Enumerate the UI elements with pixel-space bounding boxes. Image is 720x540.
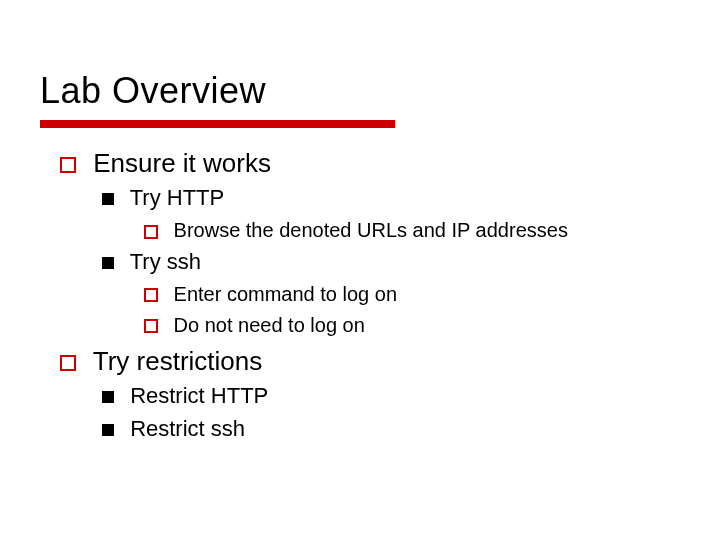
hollow-square-icon [60,355,76,371]
list-item: Enter command to log on [130,280,680,309]
hollow-square-icon [60,157,76,173]
item-text: Restrict ssh [130,416,245,441]
list-item: Try ssh Enter command to log on Do not n… [88,247,680,340]
item-text: Ensure it works [93,148,271,178]
list-item: Try HTTP Browse the denoted URLs and IP … [88,183,680,245]
outline-level-2: Try HTTP Browse the denoted URLs and IP … [88,183,680,340]
item-text: Browse the denoted URLs and IP addresses [174,219,568,241]
list-item: Try restrictions Restrict HTTP Restrict … [40,344,680,445]
hollow-square-icon [144,288,158,302]
filled-square-icon [102,193,114,205]
item-text: Do not need to log on [174,314,365,336]
item-text: Try HTTP [130,185,225,210]
filled-square-icon [102,257,114,269]
outline-level-3: Browse the denoted URLs and IP addresses [130,216,680,245]
list-item: Restrict ssh [88,414,680,445]
title-underline [40,120,395,128]
hollow-square-icon [144,319,158,333]
list-item: Browse the denoted URLs and IP addresses [130,216,680,245]
slide: Lab Overview Ensure it works Try HTTP Br… [0,0,720,540]
filled-square-icon [102,424,114,436]
item-text: Restrict HTTP [130,383,268,408]
list-item: Do not need to log on [130,311,680,340]
outline-level-2: Restrict HTTP Restrict ssh [88,381,680,445]
filled-square-icon [102,391,114,403]
list-item: Ensure it works Try HTTP Browse the deno… [40,146,680,340]
outline-level-1: Ensure it works Try HTTP Browse the deno… [40,146,680,444]
item-text: Enter command to log on [174,283,397,305]
outline-level-3: Enter command to log on Do not need to l… [130,280,680,340]
slide-title: Lab Overview [40,70,680,112]
item-text: Try restrictions [93,346,263,376]
list-item: Restrict HTTP [88,381,680,412]
item-text: Try ssh [130,249,201,274]
hollow-square-icon [144,225,158,239]
